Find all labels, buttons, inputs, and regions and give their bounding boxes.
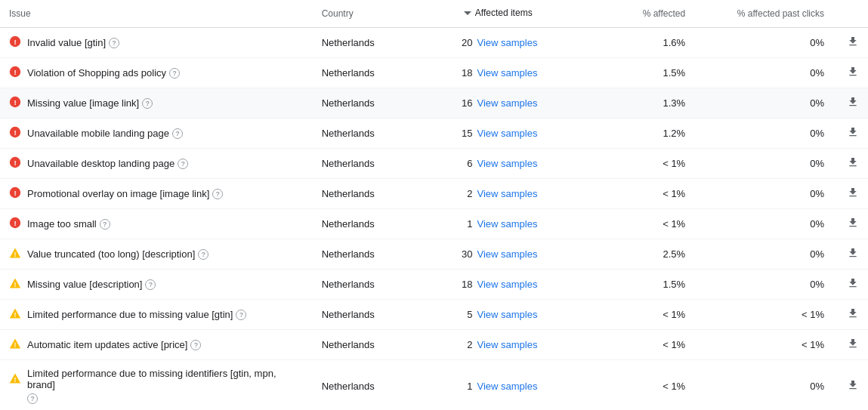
- sort-desc-icon: [463, 8, 472, 17]
- help-icon[interactable]: ?: [172, 128, 183, 139]
- country-cell: Netherlands: [313, 149, 452, 179]
- help-icon[interactable]: ?: [169, 68, 180, 79]
- error-icon: !: [9, 126, 21, 140]
- view-samples-link[interactable]: View samples: [477, 158, 537, 169]
- affected-cell: 15 View samples: [451, 119, 590, 149]
- warning-icon: !: [9, 307, 21, 322]
- error-icon: !: [9, 35, 21, 50]
- svg-text:!: !: [14, 128, 16, 137]
- pct-clicks-cell: 0%: [694, 149, 833, 179]
- affected-cell: 1 View samples: [451, 360, 590, 411]
- column-header-pct: % affected: [590, 0, 694, 28]
- pct-clicks-cell: 0%: [694, 58, 833, 88]
- affected-cell: 2 View samples: [451, 179, 590, 209]
- pct-clicks-cell: < 1%: [694, 330, 833, 360]
- view-samples-link[interactable]: View samples: [477, 279, 537, 290]
- affected-number: 20: [460, 37, 472, 48]
- download-button[interactable]: [847, 156, 859, 168]
- table-row: ! Missing value [image link] ? Netherlan…: [0, 88, 868, 119]
- help-icon[interactable]: ?: [236, 310, 246, 320]
- pct-clicks-cell: 0%: [694, 239, 833, 270]
- affected-cell: 20 View samples: [451, 28, 590, 58]
- download-button[interactable]: [847, 66, 859, 78]
- table-row: ! Missing value [description] ? Netherla…: [0, 270, 868, 300]
- pct-clicks-cell: 0%: [694, 360, 833, 411]
- warning-icon: !: [9, 277, 21, 291]
- view-samples-link[interactable]: View samples: [477, 97, 537, 109]
- download-button[interactable]: [847, 379, 859, 391]
- table-row: ! Unavailable desktop landing page ? Net…: [0, 149, 868, 179]
- pct-affected-cell: 1.5%: [590, 58, 694, 88]
- svg-text:!: !: [14, 375, 17, 383]
- help-icon[interactable]: ?: [212, 189, 223, 199]
- country-cell: Netherlands: [313, 360, 452, 411]
- table-row: ! Unavailable mobile landing page ? Neth…: [0, 119, 868, 149]
- svg-text:!: !: [14, 219, 16, 227]
- download-button[interactable]: [847, 217, 859, 229]
- country-cell: Netherlands: [313, 28, 452, 58]
- help-icon[interactable]: ?: [198, 249, 209, 260]
- view-samples-link[interactable]: View samples: [477, 309, 537, 320]
- view-samples-link[interactable]: View samples: [477, 381, 537, 392]
- help-icon[interactable]: ?: [27, 393, 38, 404]
- affected-number: 15: [460, 128, 472, 139]
- view-samples-link[interactable]: View samples: [477, 248, 537, 260]
- affected-number: 18: [460, 67, 472, 79]
- affected-cell: 2 View samples: [451, 330, 590, 360]
- svg-text:!: !: [14, 159, 16, 167]
- download-button[interactable]: [847, 277, 859, 289]
- download-button[interactable]: [847, 247, 859, 259]
- pct-affected-cell: 1.2%: [590, 119, 694, 149]
- svg-text:!: !: [14, 341, 17, 349]
- table-row: ! Limited performance due to missing val…: [0, 300, 868, 330]
- download-button[interactable]: [847, 126, 859, 138]
- pct-clicks-cell: 0%: [694, 88, 833, 119]
- warning-icon: !: [9, 338, 21, 352]
- download-button[interactable]: [847, 96, 859, 108]
- download-cell: [833, 360, 868, 411]
- help-icon[interactable]: ?: [142, 98, 153, 109]
- country-cell: Netherlands: [313, 270, 452, 300]
- svg-text:!: !: [14, 189, 16, 197]
- table-row: ! Promotional overlay on image [image li…: [0, 179, 868, 209]
- download-button[interactable]: [847, 307, 859, 319]
- error-icon: !: [9, 217, 21, 231]
- affected-number: 5: [460, 309, 472, 320]
- download-cell: [833, 239, 868, 270]
- download-button[interactable]: [847, 338, 859, 350]
- view-samples-link[interactable]: View samples: [477, 37, 537, 48]
- pct-affected-cell: 1.6%: [590, 28, 694, 58]
- help-icon[interactable]: ?: [100, 219, 110, 230]
- warning-icon: !: [9, 247, 21, 261]
- country-cell: Netherlands: [313, 58, 452, 88]
- svg-text:!: !: [14, 251, 17, 258]
- download-cell: [833, 330, 868, 360]
- download-button[interactable]: [847, 35, 859, 48]
- column-header-country: Country: [313, 0, 452, 28]
- download-cell: [833, 270, 868, 300]
- issue-text: Limited performance due to missing value…: [27, 309, 246, 320]
- affected-number: 30: [460, 248, 472, 260]
- pct-clicks-cell: < 1%: [694, 300, 833, 330]
- view-samples-link[interactable]: View samples: [477, 128, 537, 139]
- affected-cell: 18 View samples: [451, 270, 590, 300]
- pct-affected-cell: < 1%: [590, 360, 694, 411]
- affected-cell: 5 View samples: [451, 300, 590, 330]
- view-samples-link[interactable]: View samples: [477, 218, 537, 230]
- help-icon[interactable]: ?: [109, 38, 119, 48]
- view-samples-link[interactable]: View samples: [477, 188, 537, 199]
- help-icon[interactable]: ?: [178, 159, 188, 169]
- pct-affected-cell: < 1%: [590, 179, 694, 209]
- view-samples-link[interactable]: View samples: [477, 67, 537, 79]
- issue-text: Automatic item updates active [price] ?: [27, 339, 201, 350]
- column-header-affected[interactable]: Affected items: [451, 0, 590, 28]
- affected-cell: 16 View samples: [451, 88, 590, 119]
- affected-cell: 18 View samples: [451, 58, 590, 88]
- download-button[interactable]: [847, 187, 859, 199]
- help-icon[interactable]: ?: [145, 279, 156, 290]
- help-icon[interactable]: ?: [190, 340, 201, 350]
- affected-cell: 1 View samples: [451, 209, 590, 239]
- view-samples-link[interactable]: View samples: [477, 339, 537, 350]
- download-cell: [833, 28, 868, 58]
- country-cell: Netherlands: [313, 88, 452, 119]
